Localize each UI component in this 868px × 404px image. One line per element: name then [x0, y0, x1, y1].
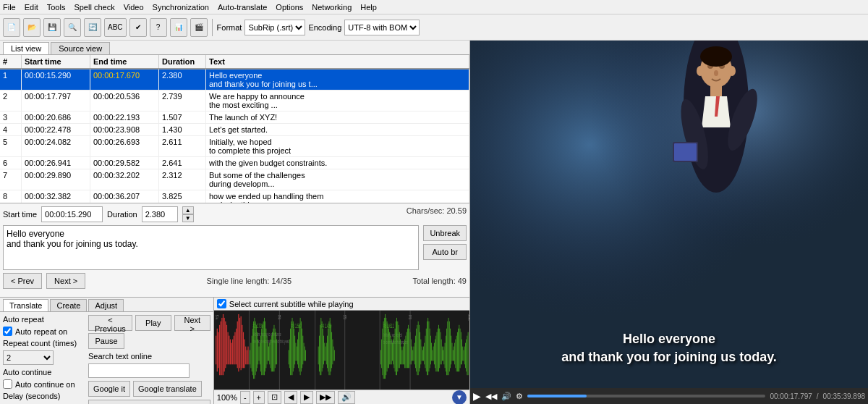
svg-rect-49	[261, 329, 262, 375]
play-button[interactable]: Play	[135, 315, 171, 331]
svg-rect-29	[244, 340, 244, 369]
left-translate: Auto repeat Auto repeat on Repeat count …	[3, 315, 82, 404]
previous-play-button[interactable]: < Previous	[88, 315, 132, 331]
format-select[interactable]: SubRip (.srt)	[244, 20, 305, 35]
duration-spinner[interactable]: ▲ ▼	[182, 206, 194, 222]
svg-rect-85	[303, 343, 304, 361]
next-play-button[interactable]: Next >	[174, 315, 210, 331]
find-button[interactable]: 🔍	[64, 18, 81, 37]
tab-adjust[interactable]: Adjust	[88, 299, 124, 311]
replace-button[interactable]: 🔄	[84, 18, 101, 37]
open-button[interactable]: 📂	[23, 18, 41, 37]
table-row[interactable]: 8 00:00:32.382 00:00:36.207 3.825 how we…	[0, 190, 469, 203]
subtitle-textarea[interactable]	[3, 225, 419, 270]
cell-end: 00:00:26.693	[90, 136, 159, 156]
table-row[interactable]: 3 00:00:20.686 00:00:22.193 1.507 The la…	[0, 111, 469, 124]
new-button[interactable]: 📄	[3, 18, 20, 37]
cell-dur: 2.380	[159, 70, 206, 90]
help-button[interactable]: ?	[150, 18, 167, 37]
menu-video[interactable]: Video	[124, 3, 144, 12]
pause-button[interactable]: Pause	[88, 333, 124, 349]
auto-continue-on-check[interactable]: Auto continue on	[3, 379, 82, 389]
menu-tools[interactable]: Tools	[47, 3, 66, 12]
svg-rect-60	[271, 336, 272, 372]
zoom-in-button[interactable]: +	[253, 391, 265, 404]
svg-point-230	[714, 70, 718, 76]
tab-translate[interactable]: Translate	[3, 299, 48, 311]
video-settings-btn[interactable]: ⚙	[516, 392, 523, 401]
tab-create[interactable]: Create	[50, 299, 87, 311]
wf-volume-button[interactable]: 🔊	[338, 391, 355, 404]
cell-num: 6	[0, 157, 22, 169]
waveform-svg[interactable]: 17 18 19 20 |26	[214, 311, 469, 390]
table-row[interactable]: 6 00:00:26.941 00:00:29.582 2.641 with t…	[0, 157, 469, 169]
svg-rect-150	[415, 336, 416, 369]
video-button[interactable]: 🎬	[190, 18, 208, 37]
svg-rect-120	[388, 329, 389, 369]
google-it-button[interactable]: Google it	[88, 381, 130, 397]
svg-rect-170	[433, 347, 433, 361]
select-subtitle-checkbox[interactable]: Select current subtitle while playing	[217, 299, 354, 308]
search-online-input[interactable]	[88, 363, 190, 378]
table-row[interactable]: 4 00:00:22.478 00:00:23.908 1.430 Let's …	[0, 124, 469, 136]
svg-rect-200	[459, 329, 460, 369]
svg-rect-181	[443, 350, 443, 361]
cell-text: Let's get started.	[206, 124, 469, 135]
svg-rect-105	[332, 340, 333, 365]
video-back-btn[interactable]: ◀◀	[485, 392, 497, 401]
menu-options[interactable]: Options	[276, 3, 303, 12]
start-time-input[interactable]	[41, 206, 103, 222]
subtitle-table: # Start time End time Duration Text 1 00…	[0, 55, 469, 203]
auto-br-button[interactable]: Auto br	[423, 244, 467, 260]
prev-button[interactable]: < Prev	[3, 273, 42, 289]
menu-edit[interactable]: Edit	[25, 3, 38, 12]
svg-rect-84	[302, 336, 303, 365]
wf-play-button[interactable]: ▶	[300, 391, 313, 404]
save-button[interactable]: 💾	[43, 18, 61, 37]
toolbar: 📄 📂 💾 🔍 🔄 ABC ✔ ? 📊 🎬 Format SubRip (.sr…	[0, 14, 868, 41]
spellcheck-button[interactable]: ABC	[104, 18, 127, 37]
menu-autotranslate[interactable]: Auto-translate	[218, 3, 267, 12]
encoding-select[interactable]: UTF-8 with BOM	[344, 20, 420, 35]
menu-file[interactable]: File	[3, 3, 16, 12]
wf-next-button[interactable]: ▶▶	[316, 391, 335, 404]
auto-repeat-on-check[interactable]: Auto repeat on	[3, 327, 82, 336]
unbreak-button[interactable]: Unbreak	[423, 225, 467, 241]
duration-input[interactable]	[142, 206, 178, 222]
table-row[interactable]: 1 00:00:15.290 00:00:17.670 2.380 Hello …	[0, 70, 469, 91]
cell-dur: 2.312	[159, 169, 206, 190]
duration-down[interactable]: ▼	[182, 214, 194, 222]
svg-rect-114	[383, 321, 383, 379]
video-play-btn[interactable]: ▶	[473, 390, 481, 402]
play-row1: < Previous Play Next >	[88, 315, 210, 331]
table-row[interactable]: 2 00:00:17.797 00:00:20.536 2.739 We are…	[0, 91, 469, 111]
search-online-label: Search text online	[88, 352, 210, 361]
tab-list-view[interactable]: List view	[3, 42, 49, 54]
menu-networking[interactable]: Networking	[312, 3, 352, 12]
cell-num: 3	[0, 111, 22, 123]
menu-spellcheck[interactable]: Spell check	[74, 3, 114, 12]
next-button[interactable]: Next >	[46, 273, 85, 289]
wf-prev-button[interactable]: ◀	[284, 391, 297, 404]
check-button[interactable]: ✔	[129, 18, 147, 37]
zoom-fit-button[interactable]: ⊡	[268, 391, 281, 404]
waveform-button[interactable]: 📊	[170, 18, 187, 37]
cell-num: 4	[0, 124, 22, 135]
menu-help[interactable]: Help	[360, 3, 377, 12]
table-row[interactable]: 7 00:00:29.890 00:00:32.202 2.312 But so…	[0, 169, 469, 190]
cell-text: But some of the challengesduring develop…	[206, 169, 469, 190]
video-audio-btn[interactable]: 🔊	[501, 392, 511, 401]
cell-dur: 2.611	[159, 136, 206, 156]
dictionary-button[interactable]: The Free Dictionary	[88, 400, 210, 404]
svg-rect-113	[382, 329, 383, 375]
translate-content: Auto repeat Auto repeat on Repeat count …	[0, 312, 213, 404]
zoom-out-button[interactable]: -	[240, 391, 250, 404]
table-row[interactable]: 5 00:00:24.082 00:00:26.693 2.611 Initia…	[0, 136, 469, 157]
video-progress[interactable]	[527, 395, 765, 397]
duration-up[interactable]: ▲	[182, 206, 194, 214]
svg-rect-127	[395, 329, 396, 371]
google-translate-button[interactable]: Google translate	[133, 381, 202, 397]
repeat-count-select[interactable]: 2	[3, 350, 54, 365]
menu-sync[interactable]: Synchronization	[153, 3, 209, 12]
tab-source-view[interactable]: Source view	[51, 42, 110, 54]
